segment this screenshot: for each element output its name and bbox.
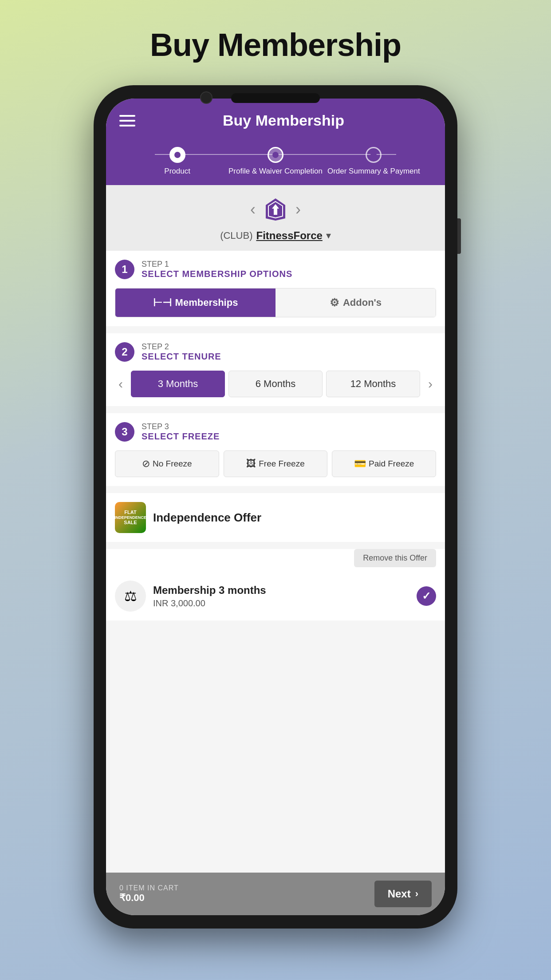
offer-card: FLAT INDEPENDENCE SALE Independence Offe… bbox=[106, 493, 445, 542]
progress-step-profile: Profile & Waiver Completion bbox=[226, 147, 324, 176]
club-prefix-label: (CLUB) bbox=[220, 230, 252, 241]
cart-amount: ₹0.00 bbox=[119, 892, 374, 904]
offer-badge: FLAT INDEPENDENCE SALE bbox=[115, 502, 146, 533]
step2-info: STEP 2 SELECT TENURE bbox=[142, 342, 221, 362]
next-label: Next bbox=[388, 888, 411, 900]
step3-action: SELECT FREEZE bbox=[142, 431, 220, 442]
tenure-row: ‹ 3 Months 6 Months 12 Months › bbox=[115, 371, 436, 397]
bottom-bar: 0 ITEM IN CART ₹0.00 Next › bbox=[106, 873, 445, 915]
step1-badge: 1 bbox=[115, 260, 134, 279]
step2-action: SELECT TENURE bbox=[142, 352, 221, 362]
membership-tabs: ⊢⊣ Memberships ⚙ Addon's bbox=[115, 288, 436, 317]
tenure-12months[interactable]: 12 Months bbox=[326, 371, 420, 397]
step-label-2: Profile & Waiver Completion bbox=[228, 166, 323, 176]
step1-section: 1 STEP 1 SELECT MEMBERSHIP OPTIONS ⊢⊣ Me… bbox=[106, 251, 445, 326]
step-circle-3 bbox=[366, 147, 382, 163]
paid-freeze-icon: 💳 bbox=[354, 458, 366, 470]
freeze-paid-label: Paid Freeze bbox=[369, 459, 414, 469]
step2-section: 2 STEP 2 SELECT TENURE ‹ 3 Months 6 Mont… bbox=[106, 333, 445, 406]
freeze-none-label: No Freeze bbox=[153, 459, 192, 469]
addons-icon: ⚙ bbox=[330, 296, 339, 309]
step-label-3: Order Summary & Payment bbox=[327, 166, 420, 176]
memberships-icon: ⊢⊣ bbox=[153, 296, 172, 309]
membership-item-name: Membership 3 months bbox=[153, 584, 409, 597]
club-chevron-icon[interactable]: ▾ bbox=[326, 230, 331, 241]
tenure-3months[interactable]: 3 Months bbox=[131, 371, 225, 397]
club-name-label: FitnessForce bbox=[256, 229, 322, 242]
step1-header: 1 STEP 1 SELECT MEMBERSHIP OPTIONS bbox=[115, 260, 436, 279]
step-circle-1 bbox=[169, 147, 185, 163]
club-logo bbox=[260, 194, 291, 225]
tab-addons-label: Addon's bbox=[343, 297, 382, 308]
page-title: Buy Membership bbox=[150, 27, 401, 63]
app-content: ‹ › (CLUB) FitnessForce ▾ 1 bbox=[106, 185, 445, 873]
membership-item-price: INR 3,000.00 bbox=[153, 598, 409, 609]
remove-offer-row: Remove this Offer bbox=[106, 549, 445, 572]
step3-badge: 3 bbox=[115, 422, 134, 442]
tenure-options: 3 Months 6 Months 12 Months bbox=[131, 371, 420, 397]
step1-action: SELECT MEMBERSHIP OPTIONS bbox=[142, 269, 292, 279]
step2-badge: 2 bbox=[115, 342, 134, 362]
step3-section: 3 STEP 3 SELECT FREEZE ⊘ No Freeze 🖼 Fre… bbox=[106, 413, 445, 486]
membership-item-info: Membership 3 months INR 3,000.00 bbox=[153, 584, 409, 609]
freeze-none-btn[interactable]: ⊘ No Freeze bbox=[115, 450, 219, 477]
next-button[interactable]: Next › bbox=[374, 881, 432, 907]
app-header-title: Buy Membership bbox=[135, 112, 432, 129]
tab-memberships-label: Memberships bbox=[175, 297, 238, 308]
cart-info: 0 ITEM IN CART ₹0.00 bbox=[119, 884, 374, 904]
remove-offer-button[interactable]: Remove this Offer bbox=[354, 549, 436, 567]
tenure-next-arrow[interactable]: › bbox=[425, 373, 436, 395]
progress-bar: Product Profile & Waiver Completion Orde… bbox=[119, 142, 432, 185]
offer-badge-line1: FLAT bbox=[124, 510, 136, 515]
step-circle-inner-3 bbox=[370, 152, 377, 158]
step2-header: 2 STEP 2 SELECT TENURE bbox=[115, 342, 436, 362]
step1-info: STEP 1 SELECT MEMBERSHIP OPTIONS bbox=[142, 260, 292, 279]
step3-number: STEP 3 bbox=[142, 422, 220, 431]
step-circle-2 bbox=[268, 147, 283, 163]
offer-name: Independence Offer bbox=[153, 511, 261, 525]
membership-item-icon: ⚖ bbox=[115, 581, 146, 612]
header-top: Buy Membership bbox=[119, 112, 432, 129]
check-mark-icon: ✓ bbox=[422, 590, 431, 602]
no-freeze-icon: ⊘ bbox=[142, 458, 150, 470]
phone-camera bbox=[200, 91, 213, 104]
tab-addons[interactable]: ⚙ Addon's bbox=[276, 288, 436, 317]
phone-screen: Buy Membership Product Profile & Waiver … bbox=[106, 99, 445, 915]
step-circle-inner-2 bbox=[272, 152, 279, 158]
step-circle-inner-1 bbox=[174, 152, 181, 158]
club-logo-row: ‹ › bbox=[106, 185, 445, 225]
step1-number: STEP 1 bbox=[142, 260, 292, 269]
club-next-arrow[interactable]: › bbox=[291, 196, 305, 223]
offer-badge-line3: SALE bbox=[124, 520, 137, 526]
phone-shell: Buy Membership Product Profile & Waiver … bbox=[94, 85, 457, 929]
hamburger-menu-icon[interactable] bbox=[119, 115, 135, 126]
freeze-options: ⊘ No Freeze 🖼 Free Freeze 💳 Paid Freeze bbox=[115, 450, 436, 477]
tenure-6months[interactable]: 6 Months bbox=[228, 371, 323, 397]
freeze-free-btn[interactable]: 🖼 Free Freeze bbox=[224, 450, 328, 477]
tenure-prev-arrow[interactable]: ‹ bbox=[115, 373, 126, 395]
cart-count: 0 ITEM IN CART bbox=[119, 884, 374, 892]
club-prev-arrow[interactable]: ‹ bbox=[246, 196, 260, 223]
freeze-free-label: Free Freeze bbox=[259, 459, 304, 469]
step3-header: 3 STEP 3 SELECT FREEZE bbox=[115, 422, 436, 442]
membership-check-circle: ✓ bbox=[417, 586, 436, 606]
progress-step-product: Product bbox=[128, 147, 226, 176]
club-name-row: (CLUB) FitnessForce ▾ bbox=[106, 225, 445, 251]
step3-info: STEP 3 SELECT FREEZE bbox=[142, 422, 220, 442]
step-label-1: Product bbox=[164, 166, 190, 176]
step2-number: STEP 2 bbox=[142, 342, 221, 352]
offer-badge-line2: INDEPENDENCE bbox=[114, 515, 146, 520]
freeze-paid-btn[interactable]: 💳 Paid Freeze bbox=[332, 450, 436, 477]
free-freeze-icon: 🖼 bbox=[246, 458, 256, 470]
app-header: Buy Membership Product Profile & Waiver … bbox=[106, 99, 445, 185]
membership-item[interactable]: ⚖ Membership 3 months INR 3,000.00 ✓ bbox=[106, 572, 445, 620]
tab-memberships[interactable]: ⊢⊣ Memberships bbox=[115, 288, 276, 317]
progress-step-order: Order Summary & Payment bbox=[325, 147, 423, 176]
next-arrow-icon: › bbox=[415, 888, 418, 900]
